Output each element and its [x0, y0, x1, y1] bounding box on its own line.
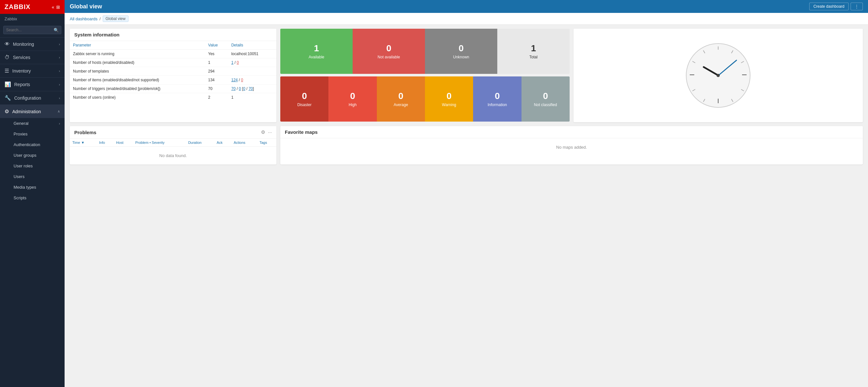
table-row: Number of users (online)21	[70, 93, 276, 102]
avail-label: Not classified	[534, 103, 557, 107]
favorite-maps-title: Favorite maps	[280, 126, 863, 138]
sidebar-item-administration[interactable]: ⚙ Administration ∧	[0, 105, 65, 118]
col-details: Details	[228, 41, 276, 50]
reports-label: Reports	[14, 82, 30, 87]
avail-cell-total[interactable]: 1Total	[497, 29, 569, 74]
breadcrumb: All dashboards / Global view	[65, 13, 868, 25]
table-row: Number of items (enabled/disabled/not su…	[70, 76, 276, 84]
sysinfo-detail-link[interactable]: 1	[231, 60, 234, 65]
nav-inventory[interactable]: ☰ Inventory ›	[0, 64, 65, 77]
problems-header: Problems ⚙ ···	[70, 126, 276, 139]
sysinfo-param: Number of users (online)	[70, 93, 205, 102]
avail-cell-not-available[interactable]: 0Not available	[352, 29, 425, 74]
avail-cell-not-classified[interactable]: 0Not classified	[522, 76, 569, 121]
avail-cell-available[interactable]: 1Available	[280, 29, 352, 74]
services-icon: ⏱	[4, 55, 10, 60]
proxies-label: Proxies	[13, 132, 27, 136]
subnav-scripts[interactable]: Scripts	[0, 192, 65, 203]
subnav-authentication[interactable]: Authentication	[0, 139, 65, 150]
sidebar-item-inventory[interactable]: ☰ Inventory ›	[0, 64, 65, 77]
sysinfo-detail-link-red[interactable]: 0	[237, 60, 239, 65]
more-options-button[interactable]: ⋮	[850, 3, 863, 10]
avail-cell-disaster[interactable]: 0Disaster	[280, 76, 329, 121]
avail-label: Average	[394, 103, 408, 107]
sysinfo-param: Number of items (enabled/disabled/not su…	[70, 76, 205, 84]
avail-cell-high[interactable]: 0High	[329, 76, 376, 121]
problems-col-duration: Duration	[186, 139, 214, 147]
sysinfo-value: 70	[205, 84, 228, 93]
search-icon: 🔍	[54, 28, 59, 33]
nav-configuration[interactable]: 🔧 Configuration ›	[0, 91, 65, 104]
create-dashboard-button[interactable]: Create dashboard	[809, 3, 848, 10]
page-title: Global view	[70, 3, 102, 10]
sidebar-item-services[interactable]: ⏱ Services ›	[0, 51, 65, 64]
user-groups-label: User groups	[13, 153, 36, 158]
problems-col-tags: Tags	[257, 139, 276, 147]
sysinfo-details: 70 / 0 [0 / 70]	[228, 84, 276, 93]
subnav-general[interactable]: General ›	[0, 118, 65, 129]
problems-gear-icon[interactable]: ⚙	[261, 129, 265, 135]
avail-label: Disaster	[298, 103, 312, 107]
subnav-proxies[interactable]: Proxies	[0, 129, 65, 139]
main-content: Global view Create dashboard ⋮ All dashb…	[65, 0, 868, 387]
avail-label: Unknown	[453, 55, 469, 59]
avail-num: 0	[446, 91, 452, 101]
breadcrumb-parent[interactable]: All dashboards	[70, 16, 97, 21]
sysinfo-param: Zabbix server is running	[70, 50, 205, 58]
clock-hour-hand	[702, 66, 718, 76]
sysinfo-trigger-link[interactable]: 70	[231, 86, 236, 91]
sidebar-item-monitoring[interactable]: 👁 Monitoring ›	[0, 38, 65, 50]
system-info-panel: System information Parameter Value Detai…	[70, 29, 276, 122]
problems-empty-row: No data found.	[70, 147, 276, 165]
configuration-icon: 🔧	[4, 95, 11, 101]
availability-bottom-row: 0Disaster0High0Average0Warning0Informati…	[280, 76, 569, 121]
sidebar-app-name: Zabbix	[0, 14, 65, 24]
avail-cell-warning[interactable]: 0Warning	[425, 76, 473, 121]
problems-table: Time ▼InfoHostProblem • SeverityDuration…	[70, 139, 276, 165]
nav-monitoring[interactable]: 👁 Monitoring ›	[0, 37, 65, 50]
sysinfo-details: 1	[228, 93, 276, 102]
problems-panel: Problems ⚙ ··· Time ▼InfoHostProblem • S…	[70, 126, 276, 165]
nav-services[interactable]: ⏱ Services ›	[0, 50, 65, 64]
nav-reports[interactable]: 📊 Reports ›	[0, 77, 65, 91]
subnav-user-roles[interactable]: User roles	[0, 161, 65, 171]
avail-cell-unknown[interactable]: 0Unknown	[425, 29, 497, 74]
sysinfo-trigger-link3[interactable]: 0	[243, 86, 245, 91]
sidebar-search-container: 🔍	[3, 26, 61, 34]
problems-col-time-[interactable]: Time ▼	[70, 139, 97, 147]
inventory-label: Inventory	[12, 68, 31, 73]
sysinfo-trigger-link2[interactable]: 0	[239, 86, 241, 91]
sysinfo-details: 124 / 0	[228, 76, 276, 84]
sysinfo-param: Number of templates	[70, 67, 205, 76]
sysinfo-details	[228, 67, 276, 76]
avail-num: 0	[386, 43, 392, 54]
administration-label: Administration	[12, 109, 41, 114]
table-row: Number of templates294	[70, 67, 276, 76]
scripts-label: Scripts	[13, 196, 27, 200]
sysinfo-detail-link[interactable]: 124	[231, 78, 238, 82]
sysinfo-details: 1 / 0	[228, 58, 276, 67]
subnav-user-groups[interactable]: User groups	[0, 150, 65, 161]
administration-icon: ⚙	[4, 108, 9, 114]
collapse-icon[interactable]: «	[52, 4, 54, 10]
sysinfo-trigger-link4[interactable]: 70	[249, 86, 253, 91]
problems-no-data: No data found.	[70, 147, 276, 165]
avail-cell-average[interactable]: 0Average	[377, 76, 425, 121]
expand-icon[interactable]: ⊞	[56, 4, 60, 10]
reports-chevron: ›	[59, 82, 60, 86]
table-row: Number of triggers (enabled/disabled [pr…	[70, 84, 276, 93]
sidebar-item-reports[interactable]: 📊 Reports ›	[0, 78, 65, 91]
avail-num: 0	[399, 91, 404, 101]
avail-cell-information[interactable]: 0Information	[473, 76, 521, 121]
subnav-media-types[interactable]: Media types	[0, 182, 65, 192]
configuration-chevron: ›	[59, 96, 60, 100]
search-input[interactable]	[3, 26, 61, 34]
subnav-users[interactable]: Users	[0, 171, 65, 182]
sysinfo-detail-link-red[interactable]: 0	[241, 78, 243, 82]
sidebar-item-configuration[interactable]: 🔧 Configuration ›	[0, 91, 65, 104]
sidebar-logo: ZABBIX « ⊞	[0, 0, 65, 14]
nav-administration[interactable]: ⚙ Administration ∧ General › Proxies Aut…	[0, 104, 65, 203]
problems-col-problem--severity: Problem • Severity	[133, 139, 186, 147]
problems-more-icon[interactable]: ···	[268, 129, 272, 135]
inventory-chevron: ›	[59, 69, 60, 73]
